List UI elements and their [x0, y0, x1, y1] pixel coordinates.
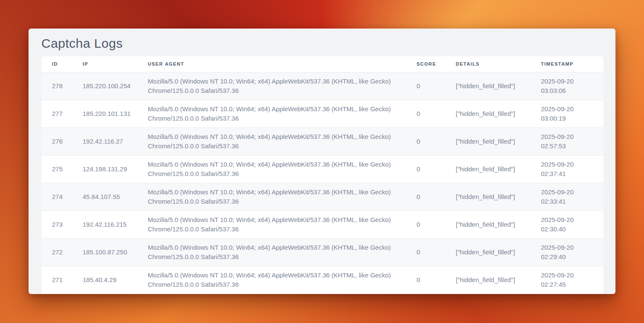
cell-ip: 185.220.100.254	[72, 72, 137, 100]
table-row: 276 192.42.116.27 Mozilla/5.0 (Windows N…	[41, 127, 604, 155]
table-row: 274 45.84.107.55 Mozilla/5.0 (Windows NT…	[41, 183, 604, 211]
cell-details: ["hidden_field_filled"]	[445, 155, 530, 183]
table-row: 273 192.42.116.215 Mozilla/5.0 (Windows …	[41, 211, 604, 238]
cell-details: ["hidden_field_filled"]	[445, 72, 530, 100]
cell-user-agent: Mozilla/5.0 (Windows NT 10.0; Win64; x64…	[137, 238, 406, 266]
cell-details: ["hidden_field_filled"]	[445, 211, 530, 238]
cell-timestamp: 2025-09-20 02:30:40	[530, 211, 604, 238]
cell-user-agent: Mozilla/5.0 (Windows NT 10.0; Win64; x64…	[137, 211, 406, 238]
cell-ip: 185.220.101.131	[72, 100, 137, 127]
cell-details: ["hidden_field_filled"]	[445, 238, 530, 266]
captcha-logs-card: Captcha Logs ID IP USER AGENT SCORE DETA…	[29, 29, 615, 294]
cell-score: 0	[406, 127, 445, 155]
cell-ip: 185.40.4.29	[72, 266, 137, 294]
table-body: 278 185.220.100.254 Mozilla/5.0 (Windows…	[41, 72, 604, 294]
cell-user-agent: Mozilla/5.0 (Windows NT 10.0; Win64; x64…	[137, 266, 406, 294]
cell-ip: 185.100.87.250	[72, 238, 137, 266]
cell-score: 0	[406, 100, 445, 127]
cell-score: 0	[406, 183, 445, 211]
table-row: 277 185.220.101.131 Mozilla/5.0 (Windows…	[41, 100, 604, 127]
cell-id: 278	[41, 72, 72, 100]
cell-score: 0	[406, 155, 445, 183]
cell-timestamp: 2025-09-20 03:00:19	[530, 100, 604, 127]
cell-details: ["hidden_field_filled"]	[445, 100, 530, 127]
table-row: 278 185.220.100.254 Mozilla/5.0 (Windows…	[41, 72, 604, 100]
cell-id: 272	[41, 238, 72, 266]
table-header-row: ID IP USER AGENT SCORE DETAILS TIMESTAMP	[41, 56, 604, 72]
cell-id: 271	[41, 266, 72, 294]
cell-score: 0	[406, 238, 445, 266]
table-row: 275 124.198.131.29 Mozilla/5.0 (Windows …	[41, 155, 604, 183]
cell-ip: 192.42.116.215	[72, 211, 137, 238]
table-row: 271 185.40.4.29 Mozilla/5.0 (Windows NT …	[41, 266, 604, 294]
cell-timestamp: 2025-09-20 02:37:41	[530, 155, 604, 183]
column-header-ip: IP	[72, 56, 137, 72]
cell-score: 0	[406, 211, 445, 238]
cell-details: ["hidden_field_filled"]	[445, 266, 530, 294]
cell-timestamp: 2025-09-20 03:03:06	[530, 72, 604, 100]
cell-user-agent: Mozilla/5.0 (Windows NT 10.0; Win64; x64…	[137, 127, 406, 155]
cell-ip: 192.42.116.27	[72, 127, 137, 155]
column-header-id: ID	[41, 56, 72, 72]
cell-score: 0	[406, 72, 445, 100]
cell-id: 275	[41, 155, 72, 183]
cell-timestamp: 2025-09-20 02:27:45	[530, 266, 604, 294]
column-header-user-agent: USER AGENT	[137, 56, 406, 72]
cell-timestamp: 2025-09-20 02:57:53	[530, 127, 604, 155]
cell-ip: 124.198.131.29	[72, 155, 137, 183]
cell-ip: 45.84.107.55	[72, 183, 137, 211]
cell-details: ["hidden_field_filled"]	[445, 183, 530, 211]
column-header-timestamp: TIMESTAMP	[530, 56, 604, 72]
cell-id: 277	[41, 100, 72, 127]
logs-table: ID IP USER AGENT SCORE DETAILS TIMESTAMP…	[41, 56, 604, 294]
cell-user-agent: Mozilla/5.0 (Windows NT 10.0; Win64; x64…	[137, 100, 406, 127]
column-header-details: DETAILS	[445, 56, 530, 72]
column-header-score: SCORE	[406, 56, 445, 72]
cell-user-agent: Mozilla/5.0 (Windows NT 10.0; Win64; x64…	[137, 183, 406, 211]
cell-id: 274	[41, 183, 72, 211]
cell-score: 0	[406, 266, 445, 294]
cell-timestamp: 2025-09-20 02:33:41	[530, 183, 604, 211]
logs-table-container: ID IP USER AGENT SCORE DETAILS TIMESTAMP…	[41, 56, 604, 294]
page-title: Captcha Logs	[41, 36, 615, 51]
table-row: 272 185.100.87.250 Mozilla/5.0 (Windows …	[41, 238, 604, 266]
page-background: Captcha Logs ID IP USER AGENT SCORE DETA…	[0, 0, 644, 323]
cell-id: 273	[41, 211, 72, 238]
cell-user-agent: Mozilla/5.0 (Windows NT 10.0; Win64; x64…	[137, 155, 406, 183]
cell-details: ["hidden_field_filled"]	[445, 127, 530, 155]
cell-id: 276	[41, 127, 72, 155]
cell-timestamp: 2025-09-20 02:29:40	[530, 238, 604, 266]
cell-user-agent: Mozilla/5.0 (Windows NT 10.0; Win64; x64…	[137, 72, 406, 100]
